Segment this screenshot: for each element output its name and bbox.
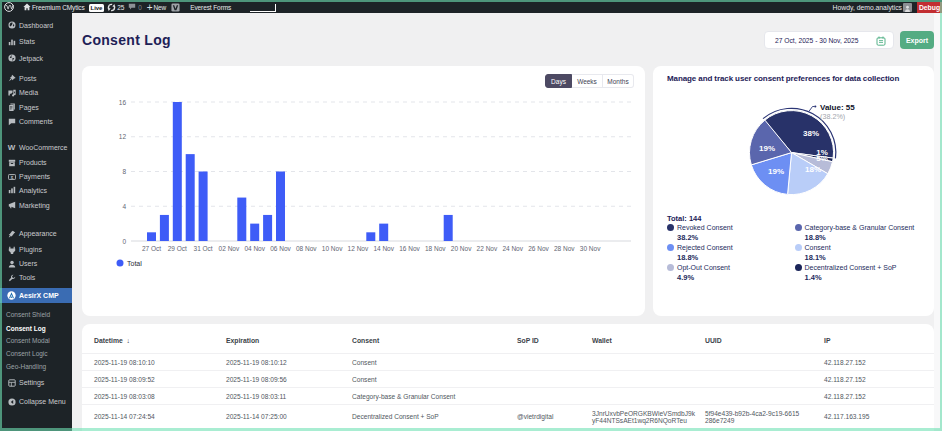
svg-text:06 Nov: 06 Nov	[270, 245, 291, 252]
svg-text:19%: 19%	[759, 144, 775, 153]
svg-text:08 Nov: 08 Nov	[296, 245, 317, 252]
svg-text:Total: Total	[127, 260, 142, 267]
svg-text:28 Nov: 28 Nov	[554, 245, 575, 252]
svg-text:18%: 18%	[805, 165, 821, 174]
svg-text:4: 4	[122, 203, 126, 210]
svg-text:18 Nov: 18 Nov	[425, 245, 446, 252]
svg-text:8: 8	[122, 168, 126, 175]
svg-text:38%: 38%	[803, 129, 819, 138]
svg-text:27 Oct: 27 Oct	[142, 245, 161, 252]
svg-text:(38.2%): (38.2%)	[820, 112, 845, 121]
svg-text:0: 0	[122, 238, 126, 245]
svg-text:31 Oct: 31 Oct	[194, 245, 213, 252]
svg-text:26 Nov: 26 Nov	[528, 245, 549, 252]
svg-text:30 Nov: 30 Nov	[580, 245, 601, 252]
svg-text:22 Nov: 22 Nov	[477, 245, 498, 252]
svg-text:12: 12	[119, 133, 127, 140]
svg-text:$: $	[10, 174, 13, 179]
svg-text:5%: 5%	[816, 154, 828, 163]
svg-text:16: 16	[119, 99, 127, 106]
svg-text:12 Nov: 12 Nov	[348, 245, 369, 252]
svg-text:19%: 19%	[768, 167, 784, 176]
svg-text:16 Nov: 16 Nov	[399, 245, 420, 252]
svg-text:02 Nov: 02 Nov	[219, 245, 240, 252]
svg-text:14 Nov: 14 Nov	[373, 245, 394, 252]
svg-text:04 Nov: 04 Nov	[244, 245, 265, 252]
svg-text:Value: 55: Value: 55	[820, 103, 855, 112]
svg-text:29 Oct: 29 Oct	[168, 245, 187, 252]
svg-text:10 Nov: 10 Nov	[322, 245, 343, 252]
svg-text:20 Nov: 20 Nov	[451, 245, 472, 252]
svg-text:24 Nov: 24 Nov	[502, 245, 523, 252]
